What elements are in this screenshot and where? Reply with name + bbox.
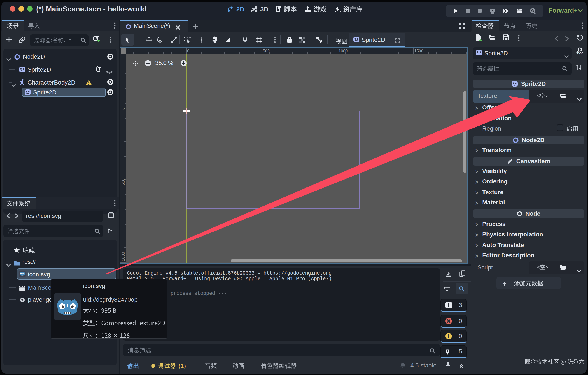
svg-text:DOC: DOC [577, 52, 583, 55]
